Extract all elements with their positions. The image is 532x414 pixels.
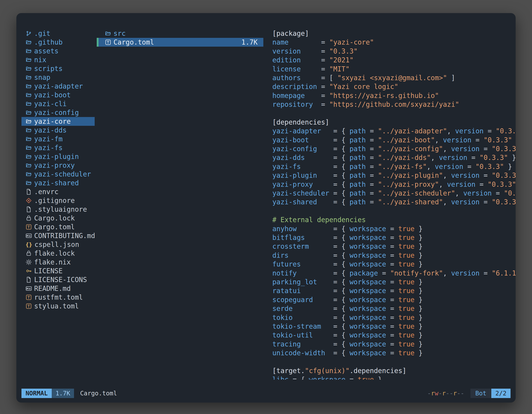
folder-icon [26, 109, 32, 116]
item-label: yazi-fs [34, 143, 63, 152]
file-item[interactable]: Cargo.toml [21, 222, 95, 231]
file-item[interactable]: Cargo.lock [21, 214, 95, 222]
item-label: Cargo.toml [114, 38, 154, 47]
file-item[interactable]: README.md [21, 284, 95, 293]
preview-line: ratatui = { workspace = true } [272, 286, 516, 295]
item-label: snap [34, 73, 50, 82]
item-label: flake.nix [34, 258, 71, 267]
dir-item[interactable]: yazi-shared [21, 179, 95, 187]
file-item[interactable]: rustfmt.toml [21, 293, 95, 302]
preview-line: unicode-width = { workspace = true } [272, 348, 516, 357]
preview-line: edition = "2021" [272, 56, 516, 64]
dir-item[interactable]: nix [21, 55, 95, 64]
terminal-window: .git.githubassetsnixscriptssnapyazi-adap… [16, 13, 516, 403]
item-size: 1.7K [241, 38, 258, 47]
item-label: yazi-core [34, 117, 71, 126]
braces-icon: {} [26, 241, 32, 248]
file-size-badge: 1.7K [52, 389, 74, 398]
file-item[interactable]: flake.lock [21, 249, 95, 258]
folder-icon [105, 30, 111, 37]
md-icon [26, 232, 32, 239]
file-icon [26, 277, 32, 283]
dir-item[interactable]: yazi-boot [21, 91, 95, 99]
dir-item[interactable]: assets [21, 47, 95, 55]
dir-item[interactable]: yazi-fm [21, 135, 95, 143]
status-spacer [117, 389, 427, 398]
file-item[interactable]: Cargo.toml1.7K [97, 38, 263, 47]
dir-item[interactable]: yazi-cli [21, 99, 95, 108]
preview-line: futures = { workspace = true } [272, 260, 516, 269]
file-item[interactable]: {}cspell.json [21, 240, 95, 249]
folder-icon [26, 180, 32, 186]
item-label: .gitignore [34, 196, 75, 205]
parent-directory-pane: .git.githubassetsnixscriptssnapyazi-adap… [16, 29, 97, 380]
folder-icon [26, 154, 32, 160]
folder-icon [26, 92, 32, 98]
dir-item[interactable]: yazi-adapter [21, 82, 95, 91]
folder-icon [26, 118, 32, 125]
item-label: assets [34, 47, 58, 55]
dir-item[interactable]: yazi-fs [21, 143, 95, 152]
item-label: yazi-dds [34, 126, 67, 135]
folder-icon [26, 83, 32, 89]
toml-icon [26, 294, 32, 300]
item-label: .styluaignore [34, 205, 87, 214]
dir-item[interactable]: yazi-core [21, 117, 95, 126]
preview-line: name = "yazi-core" [272, 38, 516, 47]
preview-line: libc = { workspace = true } [272, 375, 516, 380]
item-label: yazi-proxy [34, 161, 75, 170]
file-item[interactable]: LICENSE [21, 267, 95, 275]
folder-icon [26, 171, 32, 177]
item-label: scripts [34, 64, 63, 73]
item-label: yazi-boot [34, 91, 71, 99]
preview-line: yazi-config = { path = "../yazi-config",… [272, 144, 516, 153]
toml-icon [26, 224, 32, 230]
dir-item[interactable]: yazi-plugin [21, 152, 95, 161]
preview-line: yazi-proxy = { path = "../yazi-proxy", v… [272, 180, 516, 189]
preview-line: # External dependencies [272, 215, 516, 224]
item-label: cspell.json [35, 240, 79, 249]
mode-badge: NORMAL [21, 389, 52, 398]
item-label: yazi-cli [34, 99, 67, 108]
folder-icon [26, 39, 32, 45]
file-preview-pane: [package]name = "yazi-core"version = "0.… [263, 29, 516, 380]
dir-item[interactable]: snap [21, 73, 95, 82]
item-label: flake.lock [34, 249, 75, 258]
file-icon [26, 189, 32, 195]
folder-icon [26, 66, 32, 72]
folder-icon [26, 74, 32, 81]
md-icon [26, 285, 32, 292]
dir-item[interactable]: yazi-config [21, 108, 95, 117]
item-label: stylua.toml [34, 302, 79, 310]
gear-icon [26, 259, 32, 265]
dir-item[interactable]: yazi-proxy [21, 161, 95, 170]
dir-item[interactable]: .git [21, 29, 95, 38]
preview-line: tokio-util = { workspace = true } [272, 331, 516, 339]
file-item[interactable]: .styluaignore [21, 205, 95, 214]
key-icon [26, 268, 32, 274]
dir-item[interactable]: yazi-dds [21, 126, 95, 135]
file-item[interactable]: .envrc [21, 187, 95, 196]
dir-item[interactable]: .github [21, 38, 95, 47]
file-item[interactable]: CONTRIBUTING.md [21, 231, 95, 240]
dir-item[interactable]: src [97, 29, 263, 38]
file-item[interactable]: flake.nix [21, 258, 95, 267]
item-label: Cargo.toml [34, 222, 75, 231]
status-filename: Cargo.toml [80, 389, 117, 398]
dir-item[interactable]: yazi-scheduler [21, 170, 95, 179]
item-label: yazi-fm [34, 135, 63, 143]
preview-line: yazi-dds = { path = "../yazi-dds", versi… [272, 153, 516, 162]
item-label: rustfmt.toml [34, 293, 83, 302]
file-item[interactable]: .gitignore [21, 196, 95, 205]
preview-line: [package] [272, 29, 516, 38]
dir-item[interactable]: scripts [21, 64, 95, 73]
preview-line: yazi-scheduler = { path = "../yazi-sched… [272, 189, 516, 198]
item-label: .envrc [34, 187, 58, 196]
folder-icon [26, 101, 32, 107]
preview-line: dirs = { workspace = true } [272, 251, 516, 260]
preview-line: yazi-boot = { path = "../yazi-boot", ver… [272, 136, 516, 144]
file-item[interactable]: stylua.toml [21, 302, 95, 310]
file-item[interactable]: LICENSE-ICONS [21, 275, 95, 284]
toml-icon [26, 303, 32, 309]
preview-line [272, 357, 516, 366]
